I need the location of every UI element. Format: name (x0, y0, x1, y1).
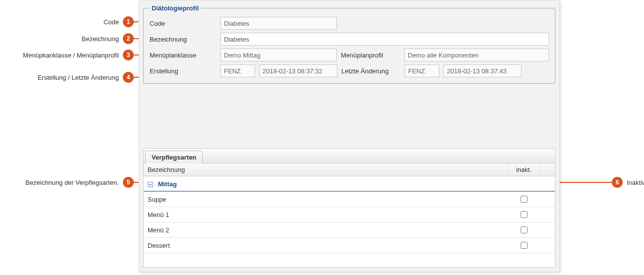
verpflegsarten-table-wrap: Bezeichnung inakt. − Mittag Suppe (143, 163, 555, 268)
label-menuplanklasse: Menüplanklasse (150, 52, 216, 59)
main-panel: Diätologieprofil Code Bezeichnung Menüpl… (139, 0, 560, 272)
callout-label-2: Bezeichnung (82, 35, 119, 43)
aenderung-user-field (405, 64, 439, 77)
table-row: Suppe (144, 191, 555, 207)
callout-label-4: Erstellung / Letzte Änderung (38, 74, 119, 81)
callout-label-6: Inaktiv setzen (627, 179, 644, 186)
table-row: Dessert (144, 238, 555, 253)
collapse-icon[interactable]: − (148, 182, 153, 187)
col-inakt[interactable]: inakt. (508, 164, 540, 176)
table-row: Menü 1 (144, 207, 555, 222)
bezeichnung-field[interactable] (220, 33, 549, 46)
callout-label-5: Bezeichnung der Verpflegsarten. (25, 179, 119, 186)
callout-label-3: Menüpkanklasse / Menüplanprofil (23, 52, 119, 59)
row-label: Menü 2 (144, 222, 508, 238)
table-row: Menü 2 (144, 222, 555, 238)
row-label: Menü 1 (144, 207, 508, 222)
erstellung-user-field (220, 64, 255, 77)
label-bezeichnung: Bezeichnung (150, 36, 216, 43)
tab-verpflegsarten[interactable]: Verpflegsarten (145, 151, 203, 164)
aenderung-ts-field (443, 64, 522, 77)
label-code: Code (150, 20, 216, 27)
callout-label-1: Code (104, 18, 119, 26)
row-label: Dessert (144, 238, 508, 253)
verpflegsarten-table: Bezeichnung inakt. − Mittag Suppe (144, 164, 555, 253)
menuplanklasse-field[interactable] (220, 49, 337, 61)
row-label: Suppe (144, 191, 508, 207)
inakt-checkbox[interactable] (521, 211, 528, 218)
label-menuplanprofil: Menüplanprofil (341, 52, 400, 59)
erstellung-ts-field (259, 64, 337, 77)
tab-bar: Verpflegsarten (143, 148, 555, 163)
menuplanprofil-field[interactable] (404, 49, 549, 61)
col-bezeichnung[interactable]: Bezeichnung (144, 164, 508, 176)
dietology-profile-fieldset: Diätologieprofil Code Bezeichnung Menüpl… (143, 4, 555, 84)
group-label: Mittag (158, 180, 177, 188)
inakt-checkbox[interactable] (521, 242, 528, 249)
col-spacer (540, 164, 555, 176)
code-field[interactable] (220, 17, 337, 30)
label-erstellung: Erstellung (150, 67, 216, 75)
fieldset-legend: Diätologieprofil (150, 4, 201, 12)
inakt-checkbox[interactable] (521, 226, 528, 233)
label-letzte-aenderung: Letzte Änderung (341, 67, 401, 75)
inakt-checkbox[interactable] (521, 196, 528, 203)
